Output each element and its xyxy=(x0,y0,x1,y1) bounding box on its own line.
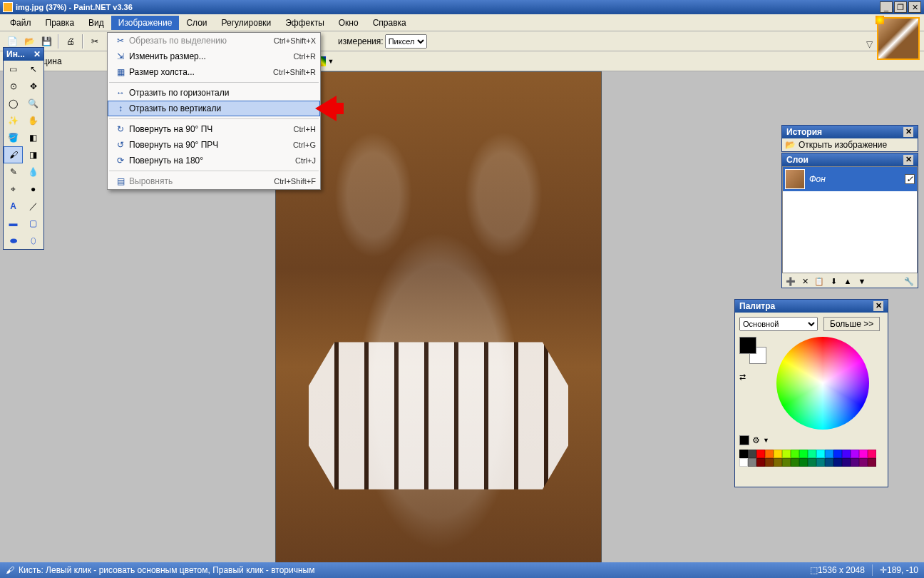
rect-tool[interactable]: ▬ xyxy=(4,215,23,232)
color-swatch[interactable] xyxy=(833,450,842,458)
eraser-tool[interactable]: ◨ xyxy=(24,146,43,163)
gradient-tool[interactable]: ◧ xyxy=(24,129,43,146)
panel-close-icon[interactable]: ✕ xyxy=(34,49,41,59)
color-swatch[interactable] xyxy=(808,458,816,467)
foreground-color[interactable] xyxy=(739,337,756,354)
roundrect-tool[interactable]: ▢ xyxy=(24,215,43,232)
canvas[interactable] xyxy=(275,71,602,564)
color-swatch[interactable] xyxy=(748,458,756,467)
layer-down-icon[interactable]: ▼ xyxy=(856,275,868,287)
color-swatch[interactable] xyxy=(791,450,799,458)
line-tool[interactable]: ／ xyxy=(24,198,43,215)
color-swatch[interactable] xyxy=(859,450,868,458)
color-swatch[interactable] xyxy=(868,458,876,467)
menu-adjust[interactable]: Регулировки xyxy=(215,16,279,30)
menu-flip-vertical[interactable]: ↕Отразить по вертикали xyxy=(108,101,320,116)
color-swatch[interactable] xyxy=(782,450,791,458)
palette-title[interactable]: Палитра xyxy=(739,301,775,311)
wand-tool[interactable]: ✨ xyxy=(4,112,23,129)
swap-colors-icon[interactable]: ⇄ xyxy=(739,372,771,382)
menu-rotate-180[interactable]: ⟳Повернуть на 180°Ctrl+J xyxy=(108,153,320,168)
color-swatch[interactable] xyxy=(739,450,748,458)
layer-merge-icon[interactable]: ⬇ xyxy=(828,275,839,287)
brush-tool[interactable]: 🖌 xyxy=(4,146,23,163)
color-swatch[interactable] xyxy=(782,458,791,467)
print-button[interactable]: 🖨 xyxy=(63,34,78,49)
color-swatch[interactable] xyxy=(851,458,859,467)
lasso-tool[interactable]: ⊙ xyxy=(4,78,23,95)
color-swatch[interactable] xyxy=(791,458,799,467)
fg-bg-colors[interactable] xyxy=(739,337,771,368)
menu-edit[interactable]: Правка xyxy=(38,16,82,30)
color-mode-select[interactable]: Основной xyxy=(739,317,818,331)
history-item[interactable]: 📂Открыть изображение xyxy=(782,138,918,151)
ellipse-select-tool[interactable]: ◯ xyxy=(4,95,23,112)
color-swatch[interactable] xyxy=(868,450,876,458)
panel-close-icon[interactable]: ✕ xyxy=(873,301,883,311)
layer-add-icon[interactable]: ➕ xyxy=(785,275,796,287)
color-swatch[interactable] xyxy=(825,458,833,467)
menu-view[interactable]: Вид xyxy=(81,16,111,30)
color-swatch[interactable] xyxy=(748,450,756,458)
menu-resize[interactable]: ⇲Изменить размер...Ctrl+R xyxy=(108,49,320,64)
unit-select[interactable]: Пиксел xyxy=(385,34,427,49)
color-wheel[interactable] xyxy=(776,337,869,430)
layer-delete-icon[interactable]: ✕ xyxy=(799,275,811,287)
palette-menu-icon[interactable]: ⚙ xyxy=(752,435,760,445)
color-swatch[interactable] xyxy=(756,450,765,458)
pencil-tool[interactable]: ✎ xyxy=(4,163,23,181)
color-swatch[interactable] xyxy=(774,458,782,467)
color-swatch[interactable] xyxy=(756,458,765,467)
rect-select-tool[interactable]: ▭ xyxy=(4,61,23,78)
thumbnail-chevron-icon[interactable]: ▽ xyxy=(866,39,873,49)
menu-layers[interactable]: Слои xyxy=(179,16,214,30)
color-swatch[interactable] xyxy=(799,450,808,458)
layer-up-icon[interactable]: ▲ xyxy=(842,275,853,287)
eyedropper-tool[interactable]: 💧 xyxy=(24,163,43,181)
menu-canvas-size[interactable]: ▦Размер холста...Ctrl+Shift+R xyxy=(108,64,320,80)
move-selection-tool[interactable]: ✥ xyxy=(24,78,43,95)
cut-button[interactable]: ✂ xyxy=(87,34,103,49)
ellipse-tool[interactable]: ⬬ xyxy=(4,232,23,249)
menu-file[interactable]: Файл xyxy=(3,16,38,30)
document-thumbnail[interactable] xyxy=(877,17,920,60)
color-swatch[interactable] xyxy=(799,458,808,467)
layer-visible-checkbox[interactable]: ✓ xyxy=(905,174,915,184)
color-swatch[interactable] xyxy=(833,458,842,467)
menu-effects[interactable]: Эффекты xyxy=(278,16,332,30)
color-swatch[interactable] xyxy=(825,450,833,458)
clone-tool[interactable]: ⌖ xyxy=(4,181,23,198)
menu-help[interactable]: Справка xyxy=(366,16,414,30)
move-tool[interactable]: ↖ xyxy=(24,61,43,78)
panel-close-icon[interactable]: ✕ xyxy=(903,155,913,165)
maximize-button[interactable]: ❐ xyxy=(894,1,907,13)
color-swatch[interactable] xyxy=(765,450,774,458)
fill-tool[interactable]: 🪣 xyxy=(4,129,23,146)
close-button[interactable]: ✕ xyxy=(908,1,921,13)
dropdown-icon[interactable]: ▼ xyxy=(328,58,334,65)
menu-image[interactable]: Изображение xyxy=(111,16,180,30)
color-swatch[interactable] xyxy=(851,450,859,458)
color-swatch[interactable] xyxy=(739,458,748,467)
color-swatch[interactable] xyxy=(765,458,774,467)
dropdown-icon[interactable]: ▼ xyxy=(763,437,769,444)
menu-rotate-cw[interactable]: ↻Повернуть на 90° ПЧCtrl+H xyxy=(108,121,320,137)
color-swatch[interactable] xyxy=(816,458,825,467)
recolor-tool[interactable]: ● xyxy=(24,181,43,198)
history-title[interactable]: История xyxy=(786,127,822,137)
layers-title[interactable]: Слои xyxy=(786,155,808,165)
color-swatch[interactable] xyxy=(774,450,782,458)
zoom-tool[interactable]: 🔍 xyxy=(24,95,43,112)
freeform-tool[interactable]: ⬯ xyxy=(24,232,43,249)
menu-rotate-ccw[interactable]: ↺Повернуть на 90° ПРЧCtrl+G xyxy=(108,137,320,153)
tools-panel-title[interactable]: Ин...✕ xyxy=(4,48,43,61)
color-swatch[interactable] xyxy=(842,458,851,467)
more-button[interactable]: Больше >> xyxy=(823,317,880,331)
layer-props-icon[interactable]: 🔧 xyxy=(903,275,915,287)
layer-row[interactable]: Фон ✓ xyxy=(783,167,917,191)
menu-window[interactable]: Окно xyxy=(332,16,366,30)
text-tool[interactable]: A xyxy=(4,198,23,215)
layer-duplicate-icon[interactable]: 📋 xyxy=(813,275,825,287)
color-swatch[interactable] xyxy=(842,450,851,458)
pan-tool[interactable]: ✋ xyxy=(24,112,43,129)
